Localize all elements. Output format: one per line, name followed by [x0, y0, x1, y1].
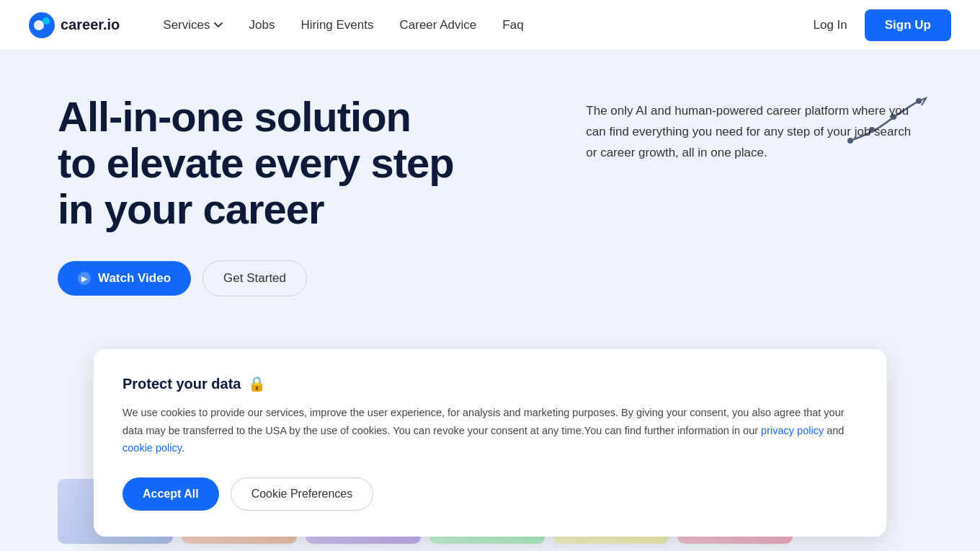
logo-text: career.io — [61, 17, 120, 33]
svg-point-3 — [847, 138, 853, 144]
svg-point-2 — [43, 17, 50, 25]
nav-item-jobs[interactable]: Jobs — [249, 18, 275, 32]
nav-item-faq[interactable]: Faq — [502, 18, 523, 32]
cookie-header: Protect your data 🔒 — [122, 375, 858, 392]
nav-right: Log In Sign Up — [814, 9, 951, 41]
nav-item-hiring-events[interactable]: Hiring Events — [300, 18, 373, 32]
hero-buttons: ▶ Watch Video Get Started — [58, 260, 528, 296]
accept-all-button[interactable]: Accept All — [122, 477, 219, 511]
cookie-policy-link[interactable]: cookie policy — [122, 442, 182, 454]
get-started-button[interactable]: Get Started — [202, 260, 307, 296]
cookie-body: We use cookies to provide our services, … — [122, 404, 858, 457]
svg-point-6 — [916, 98, 922, 104]
hero-left: All-in-one solution to elevate every ste… — [58, 94, 528, 296]
svg-point-5 — [891, 114, 896, 120]
chart-decoration — [843, 94, 937, 151]
watch-video-button[interactable]: ▶ Watch Video — [58, 261, 191, 296]
signup-button[interactable]: Sign Up — [865, 9, 951, 41]
svg-point-1 — [34, 20, 44, 30]
logo-link[interactable]: career.io — [29, 12, 120, 38]
cookie-actions: Accept All Cookie Preferences — [122, 477, 858, 511]
cookie-preferences-button[interactable]: Cookie Preferences — [231, 477, 374, 511]
privacy-policy-link[interactable]: privacy policy — [761, 425, 824, 436]
hero-section: All-in-one solution to elevate every ste… — [0, 50, 980, 551]
hero-content: All-in-one solution to elevate every ste… — [58, 94, 922, 296]
play-icon: ▶ — [78, 272, 91, 285]
navbar: career.io Services Jobs Hiring Events Ca… — [0, 0, 980, 50]
logo-icon — [29, 12, 55, 38]
login-link[interactable]: Log In — [814, 18, 847, 32]
cookie-consent-modal: Protect your data 🔒 We use cookies to pr… — [94, 349, 886, 537]
nav-item-career-advice[interactable]: Career Advice — [400, 18, 477, 32]
cookie-title: Protect your data — [122, 376, 241, 392]
hero-title: All-in-one solution to elevate every ste… — [58, 94, 528, 232]
lock-icon: 🔒 — [248, 375, 266, 392]
nav-links: Services Jobs Hiring Events Career Advic… — [163, 18, 523, 32]
svg-point-4 — [869, 127, 875, 133]
nav-item-services[interactable]: Services — [163, 18, 223, 32]
chevron-down-icon — [214, 22, 223, 28]
